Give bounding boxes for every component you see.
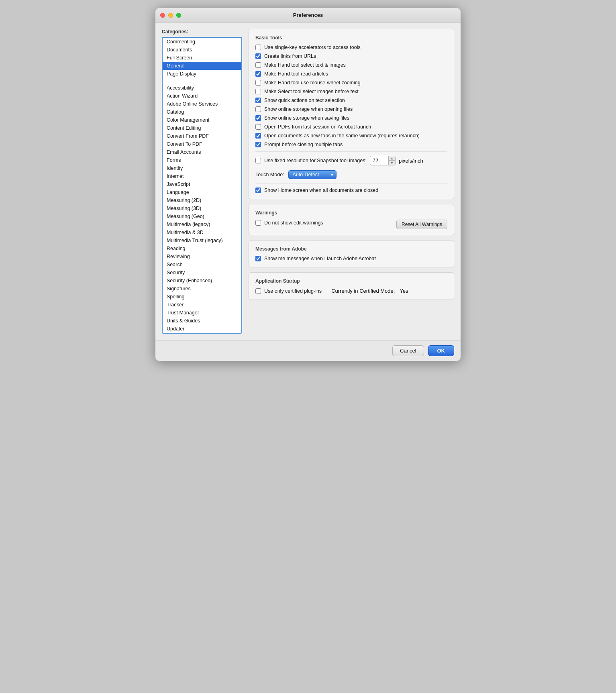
checkbox-online-storage-save[interactable] [255, 115, 261, 121]
sidebar-item-multimedia-trust-legacy[interactable]: Multimedia Trust (legacy) [163, 236, 241, 245]
sidebar-item-language[interactable]: Language [163, 188, 241, 196]
sidebar-item-tracker[interactable]: Tracker [163, 301, 241, 309]
sidebar-item-action-wizard[interactable]: Action Wizard [163, 92, 241, 100]
checkbox-certified-plugins[interactable] [255, 288, 261, 294]
option-hand-mouse-wheel: Make Hand tool use mouse-wheel zooming [255, 80, 447, 86]
stepper-down-button[interactable]: ▼ [389, 161, 395, 165]
sidebar-item-commenting[interactable]: Commenting [163, 38, 241, 46]
main-panel: Basic Tools Use single-key accelerators … [249, 29, 454, 334]
preferences-window: Preferences Categories: Commenting Docum… [155, 8, 461, 361]
sidebar-item-content-editing[interactable]: Content Editing [163, 124, 241, 132]
label-no-edit-warnings: Do not show edit warnings [264, 220, 323, 226]
touch-mode-select[interactable]: Auto-Detect Always Never [288, 170, 337, 179]
touch-mode-label: Touch Mode: [255, 172, 284, 177]
maximize-button[interactable] [176, 13, 181, 18]
sidebar-item-search[interactable]: Search [163, 261, 241, 269]
label-online-storage-save: Show online storage when saving files [264, 115, 349, 121]
checkbox-open-last-session[interactable] [255, 124, 261, 130]
label-show-messages: Show me messages when I launch Adobe Acr… [264, 256, 376, 261]
checkbox-snapshot-resolution[interactable] [255, 158, 261, 163]
label-select-images: Make Select tool select images before te… [264, 89, 359, 94]
sidebar-item-updater[interactable]: Updater [163, 325, 241, 333]
checkbox-hand-read[interactable] [255, 71, 261, 77]
sidebar-item-trust-manager[interactable]: Trust Manager [163, 309, 241, 317]
sidebar-item-full-screen[interactable]: Full Screen [163, 54, 241, 62]
checkbox-no-edit-warnings[interactable] [255, 220, 261, 226]
checkbox-hand-select-text[interactable] [255, 62, 261, 68]
sidebar-item-email-accounts[interactable]: Email Accounts [163, 148, 241, 156]
snapshot-input-wrapper: ▲ ▼ [370, 156, 396, 165]
ok-button[interactable]: OK [428, 345, 455, 356]
sidebar-item-convert-from-pdf[interactable]: Convert From PDF [163, 132, 241, 140]
checkbox-show-messages[interactable] [255, 256, 261, 261]
checkbox-prompt-close-tabs[interactable] [255, 142, 261, 147]
touch-mode-select-wrapper: Auto-Detect Always Never ▼ [288, 170, 337, 179]
sidebar-item-adobe-online-services[interactable]: Adobe Online Services [163, 100, 241, 108]
title-bar: Preferences [155, 8, 461, 22]
sidebar-item-signatures[interactable]: Signatures [163, 285, 241, 293]
sidebar-item-internet[interactable]: Internet [163, 172, 241, 180]
option-online-storage-open: Show online storage when opening files [255, 106, 447, 112]
sidebar-item-units-guides[interactable]: Units & Guides [163, 317, 241, 325]
snapshot-resolution-input[interactable] [370, 157, 388, 164]
home-screen-row: Show Home screen when all documents are … [255, 183, 447, 193]
sidebar-list: Commenting Documents Full Screen General… [162, 37, 242, 334]
sidebar-item-spelling[interactable]: Spelling [163, 293, 241, 301]
stepper-up-button[interactable]: ▲ [389, 156, 395, 161]
application-startup-title: Application Startup [255, 278, 447, 284]
window-controls [160, 13, 181, 18]
option-home-screen: Show Home screen when all documents are … [255, 188, 447, 193]
checkbox-hand-mouse-wheel[interactable] [255, 80, 261, 86]
touch-mode-row: Touch Mode: Auto-Detect Always Never ▼ [255, 170, 447, 179]
footer: Cancel OK [155, 340, 461, 361]
sidebar-item-page-display[interactable]: Page Display [163, 70, 241, 78]
basic-tools-title: Basic Tools [255, 35, 447, 41]
categories-label: Categories: [162, 29, 242, 35]
label-open-new-tabs: Open documents as new tabs in the same w… [264, 133, 420, 139]
sidebar-item-accessibility[interactable]: Accessibility [163, 84, 241, 92]
sidebar-item-forms[interactable]: Forms [163, 156, 241, 164]
sidebar-item-convert-to-pdf[interactable]: Convert To PDF [163, 140, 241, 148]
reset-all-warnings-button[interactable]: Reset All Warnings [396, 220, 447, 229]
stepper-buttons: ▲ ▼ [388, 156, 395, 165]
label-online-storage-open: Show online storage when opening files [264, 106, 353, 112]
sidebar-item-documents[interactable]: Documents [163, 46, 241, 54]
sidebar-item-measuring-2d[interactable]: Measuring (2D) [163, 196, 241, 204]
messages-adobe-section: Messages from Adobe Show me messages whe… [249, 240, 454, 267]
snapshot-unit-label: pixels/inch [399, 158, 423, 164]
sidebar-item-color-management[interactable]: Color Management [163, 116, 241, 124]
checkbox-select-images[interactable] [255, 89, 261, 94]
cancel-button[interactable]: Cancel [392, 345, 424, 356]
sidebar-item-identity[interactable]: Identity [163, 164, 241, 172]
checkbox-home-screen[interactable] [255, 188, 261, 193]
close-button[interactable] [160, 13, 165, 18]
sidebar-item-javascript[interactable]: JavaScript [163, 180, 241, 188]
label-create-links: Create links from URLs [264, 53, 316, 59]
sidebar-item-multimedia-3d[interactable]: Multimedia & 3D [163, 228, 241, 236]
checkbox-single-key[interactable] [255, 45, 261, 50]
checkbox-online-storage-open[interactable] [255, 106, 261, 112]
label-hand-read: Make Hand tool read articles [264, 71, 328, 77]
certified-mode-label: Currently in Certified Mode: [331, 288, 395, 294]
sidebar-item-multimedia-legacy[interactable]: Multimedia (legacy) [163, 220, 241, 228]
sidebar-item-security-enhanced[interactable]: Security (Enhanced) [163, 277, 241, 285]
sidebar-item-security[interactable]: Security [163, 269, 241, 277]
minimize-button[interactable] [168, 13, 173, 18]
checkbox-open-new-tabs[interactable] [255, 133, 261, 139]
sidebar-item-reading[interactable]: Reading [163, 245, 241, 253]
option-single-key: Use single-key accelerators to access to… [255, 45, 447, 50]
sidebar: Categories: Commenting Documents Full Sc… [162, 29, 242, 334]
sidebar-divider [170, 81, 234, 81]
sidebar-item-measuring-3d[interactable]: Measuring (3D) [163, 204, 241, 212]
checkbox-create-links[interactable] [255, 53, 261, 59]
sidebar-item-catalog[interactable]: Catalog [163, 108, 241, 116]
label-snapshot-resolution: Use fixed resolution for Snapshot tool i… [264, 158, 367, 163]
sidebar-item-general[interactable]: General [163, 62, 241, 70]
label-prompt-close-tabs: Prompt before closing multiple tabs [264, 142, 343, 147]
checkbox-quick-actions[interactable] [255, 98, 261, 103]
sidebar-item-reviewing[interactable]: Reviewing [163, 253, 241, 261]
application-startup-section: Application Startup Use only certified p… [249, 272, 454, 300]
sidebar-item-measuring-geo[interactable]: Measuring (Geo) [163, 212, 241, 220]
label-certified-plugins: Use only certified plug-ins [264, 288, 322, 294]
option-certified-plugins: Use only certified plug-ins Currently in… [255, 288, 447, 294]
